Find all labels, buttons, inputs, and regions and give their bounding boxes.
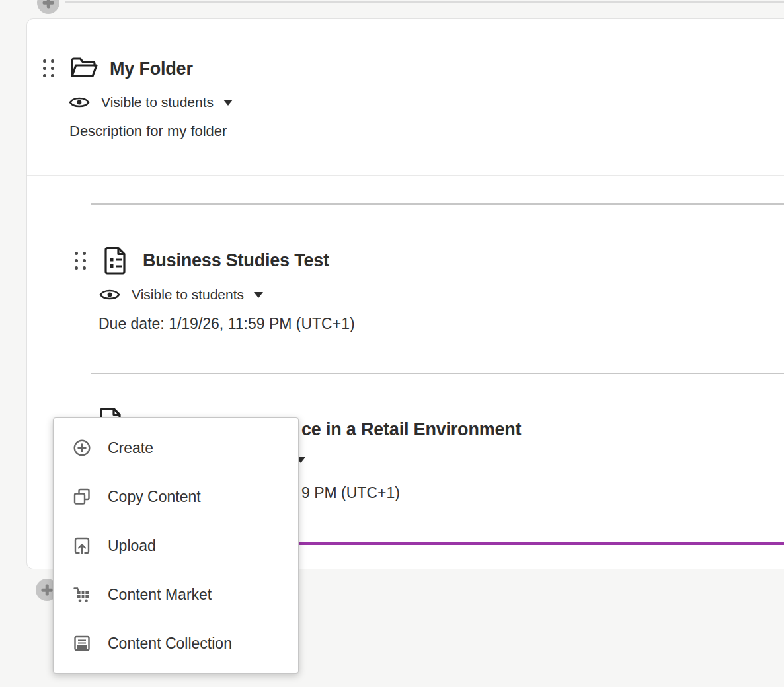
course-content-page: My Folder Visible to students Descriptio… [0,0,784,687]
chevron-down-icon [223,100,233,106]
menu-item-content-collection[interactable]: Content Collection [54,619,298,668]
collection-icon [72,633,92,653]
test-document-icon [102,246,128,275]
nested-item-divider [91,203,784,205]
nested-item-divider [91,373,784,374]
menu-item-create[interactable]: Create [54,423,298,472]
menu-item-label: Copy Content [108,488,201,506]
eye-icon [99,287,120,302]
add-content-menu: Create Copy Content Upload [53,417,299,674]
eye-icon [69,95,90,110]
menu-item-label: Create [108,439,153,457]
folder-description: Description for my folder [69,123,227,140]
upload-icon [72,536,92,556]
menu-item-copy-content[interactable]: Copy Content [54,472,298,521]
menu-item-label: Content Collection [108,635,232,653]
folder-visibility-dropdown[interactable]: Visible to students [69,92,233,112]
drag-handle[interactable] [75,252,86,270]
menu-item-content-market[interactable]: Content Market [54,570,298,619]
folder-visibility-label: Visible to students [101,94,214,110]
plus-circle-icon [72,438,92,458]
add-content-button-top[interactable] [37,0,59,14]
chevron-down-icon [254,292,263,298]
test-visibility-label: Visible to students [132,287,244,303]
test-visibility-dropdown[interactable]: Visible to students [99,285,263,305]
section-divider [27,175,784,176]
partial-item-due-date: 9 PM (UTC+1) [301,484,400,502]
test-title[interactable]: Business Studies Test [143,250,329,271]
insert-content-divider [65,1,784,3]
folder-icon [69,55,98,81]
folder-title[interactable]: My Folder [110,59,193,79]
menu-item-upload[interactable]: Upload [54,521,298,570]
drag-handle[interactable] [43,59,54,77]
menu-item-label: Content Market [108,586,212,604]
test-due-date: Due date: 1/19/26, 11:59 PM (UTC+1) [98,315,355,333]
menu-item-label: Upload [108,537,156,555]
plus-icon [47,0,50,9]
cart-icon [72,585,92,604]
copy-icon [72,487,92,507]
partial-item-title[interactable]: ce in a Retail Environment [301,419,521,440]
plus-icon [46,585,49,596]
